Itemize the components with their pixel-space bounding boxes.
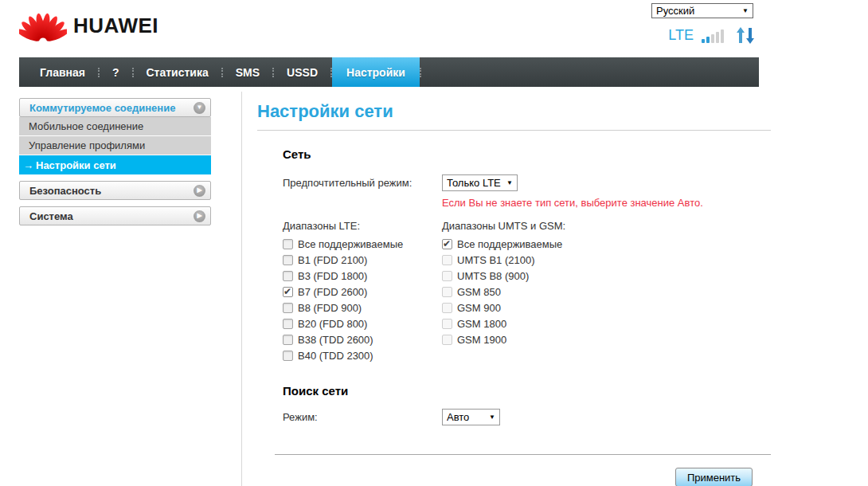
lte-band-option[interactable]: B1 (FDD 2100): [283, 252, 442, 268]
huawei-flower-icon: [19, 6, 67, 45]
lte-band-option[interactable]: B3 (FDD 1800): [283, 268, 442, 284]
umts-gsm-bands-label: Диапазоны UMTS и GSM:: [442, 220, 601, 236]
umts-gsm-band-checkbox[interactable]: [442, 319, 452, 329]
sidebar-item-mobile-connection[interactable]: Мобильное соединение: [19, 117, 211, 136]
title-rule: [257, 130, 771, 131]
umts-gsm-band-option[interactable]: GSM 1800: [442, 316, 601, 331]
lte-band-checkbox[interactable]: [283, 335, 293, 345]
language-select[interactable]: Русский ▼: [651, 3, 753, 18]
umts-gsm-band-checkbox[interactable]: [442, 303, 452, 313]
updown-arrows-icon: [736, 27, 755, 44]
sidebar-item-network-settings[interactable]: → Настройки сети: [19, 155, 211, 174]
nav-item-help[interactable]: ?: [100, 57, 132, 87]
signal-bars-icon: [702, 28, 728, 43]
nav-item-home[interactable]: Главная: [27, 57, 98, 87]
nav-item-statistics[interactable]: Статистика: [134, 57, 221, 87]
lte-band-option[interactable]: Все поддерживаемые: [283, 236, 442, 252]
search-mode-select[interactable]: Авто ▼: [442, 409, 500, 425]
network-type-label: LTE: [668, 27, 694, 44]
sidebar-item-profile-management[interactable]: Управление профилями: [19, 136, 211, 155]
lte-band-checkbox[interactable]: [283, 287, 293, 297]
language-select-control[interactable]: Русский: [651, 3, 753, 18]
nav-separator: [420, 68, 421, 77]
nav-item-ussd[interactable]: USSD: [274, 57, 330, 87]
page-title: Настройки сети: [257, 92, 771, 122]
lte-band-checkbox[interactable]: [283, 351, 293, 361]
umts-gsm-band-checkbox[interactable]: [442, 287, 452, 297]
lte-band-checkbox[interactable]: [283, 303, 293, 313]
main-content: Настройки сети Сеть Предпочтительный реж…: [257, 92, 771, 486]
umts-gsm-bands-column: Диапазоны UMTS и GSM: Все поддерживаемые…: [442, 220, 601, 363]
lte-band-checkbox[interactable]: [283, 319, 293, 329]
search-mode-select-control[interactable]: Авто: [442, 409, 500, 425]
umts-gsm-band-checkbox[interactable]: [442, 271, 452, 281]
lte-band-checkbox[interactable]: [283, 255, 293, 265]
umts-gsm-band-checkbox[interactable]: [442, 255, 452, 265]
active-arrow-icon: →: [23, 159, 33, 171]
bottom-rule: [275, 454, 771, 455]
lte-band-option[interactable]: B20 (FDD 800): [283, 316, 442, 331]
umts-gsm-band-option[interactable]: UMTS B8 (900): [442, 268, 601, 284]
lte-bands-column: Диапазоны LTE: Все поддерживаемые B1 (FD…: [283, 220, 442, 363]
lte-band-option[interactable]: B7 (FDD 2600): [283, 284, 442, 300]
lte-band-checkbox[interactable]: [283, 271, 293, 281]
chevron-down-icon: ▼: [194, 102, 205, 114]
connection-status: LTE: [668, 26, 755, 44]
search-section-heading: Поиск сети: [283, 384, 771, 398]
sidebar-section-system[interactable]: Система ▶: [19, 206, 211, 225]
network-section-heading: Сеть: [283, 147, 771, 161]
search-mode-label: Режим:: [283, 411, 442, 423]
lte-band-option[interactable]: B38 (TDD 2600): [283, 331, 442, 347]
network-type-warning: Если Вы не знаете тип сети, выберите зна…: [442, 197, 771, 209]
umts-gsm-band-option[interactable]: GSM 850: [442, 284, 601, 300]
preferred-mode-select-control[interactable]: Только LTE: [442, 174, 518, 191]
umts-gsm-band-option[interactable]: UMTS B1 (2100): [442, 252, 601, 268]
umts-gsm-band-checkbox[interactable]: [442, 239, 452, 249]
umts-gsm-band-option[interactable]: GSM 1900: [442, 331, 601, 347]
lte-band-checkbox[interactable]: [283, 239, 293, 249]
apply-button[interactable]: Применить: [675, 468, 753, 486]
umts-gsm-band-checkbox[interactable]: [442, 335, 452, 345]
nav-item-settings[interactable]: Настройки: [332, 57, 420, 87]
preferred-mode-select[interactable]: Только LTE ▼: [442, 174, 518, 191]
lte-bands-label: Диапазоны LTE:: [283, 220, 442, 236]
brand-text: HUAWEI: [73, 14, 158, 38]
sidebar: Коммутируемое соединение ▼ Мобильное сое…: [19, 98, 211, 232]
umts-gsm-band-option[interactable]: Все поддерживаемые: [442, 236, 601, 252]
lte-band-option[interactable]: B40 (TDD 2300): [283, 347, 442, 363]
sidebar-section-dialup-connection[interactable]: Коммутируемое соединение ▼: [19, 98, 211, 117]
lte-band-option[interactable]: B8 (FDD 900): [283, 300, 442, 316]
chevron-right-icon: ▶: [194, 210, 205, 222]
huawei-logo: HUAWEI: [19, 6, 158, 45]
preferred-mode-label: Предпочтительный режим:: [283, 177, 442, 189]
chevron-right-icon: ▶: [194, 185, 205, 197]
umts-gsm-band-option[interactable]: GSM 900: [442, 300, 601, 316]
content-divider: [241, 92, 242, 486]
sidebar-section-security[interactable]: Безопасность ▶: [19, 181, 211, 200]
main-nav: Главная ? Статистика SMS USSD Настройки: [19, 57, 759, 87]
nav-item-sms[interactable]: SMS: [223, 57, 272, 87]
